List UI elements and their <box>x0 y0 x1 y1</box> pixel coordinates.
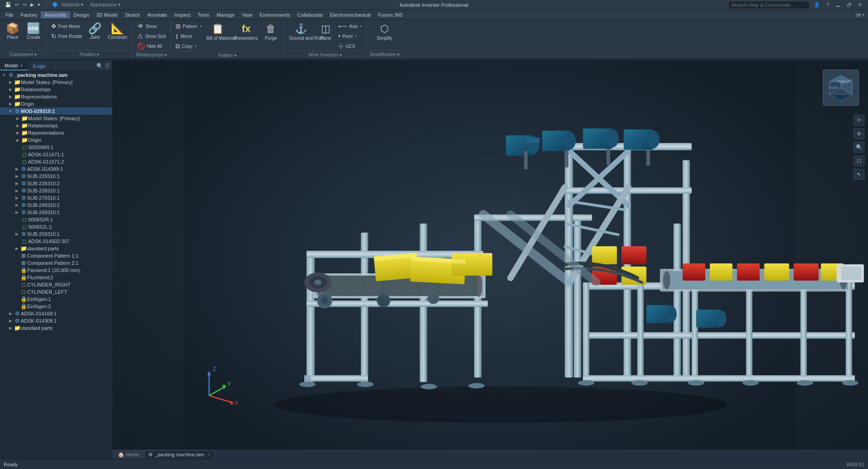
menu-electromechanical[interactable]: Electromechanical <box>326 11 374 19</box>
menu-3dmodel[interactable]: 3D Model <box>93 11 121 19</box>
exp-adsk014389[interactable]: ▶ <box>14 167 20 171</box>
ilogic-tab[interactable]: iLogic <box>28 62 51 70</box>
pattern-button[interactable]: ⊞ Pattern ▾ <box>174 22 203 31</box>
packing-machine-tab[interactable]: ⚙ _packing machine.iam ✕ <box>144 450 214 459</box>
menu-assemble[interactable]: Assemble <box>41 11 70 19</box>
qa-save[interactable]: 💾 <box>4 1 13 8</box>
tree-item-sub259310[interactable]: ▶ ⚙ SUB-259310:1 <box>0 230 112 238</box>
tree-item-fluchtend[interactable]: 🔒 Fluchtend:2 <box>0 274 112 281</box>
tree-item-standard-parts-1[interactable]: ▶ 📁 standard parts <box>0 245 112 252</box>
ground-root-button[interactable]: ⚓ Ground and Root <box>287 22 315 42</box>
model-tab-close[interactable]: ✕ <box>20 63 24 68</box>
menu-inspect[interactable]: Inspect <box>171 11 194 19</box>
exp-sub229[interactable]: ▶ <box>14 174 20 178</box>
tree-item-adsk014308[interactable]: ▶ ⚙ ADSK-014308:1 <box>0 317 112 324</box>
close-packing-tab[interactable]: ✕ <box>207 452 211 457</box>
point-button[interactable]: • Point ▾ <box>336 32 363 41</box>
menu-environments[interactable]: Environments <box>256 11 293 19</box>
place-button[interactable]: 📦 Place <box>3 22 23 42</box>
simplify-button[interactable]: ⬡ Simplify <box>374 22 395 42</box>
exp-sub259[interactable]: ▶ <box>14 232 20 236</box>
minimize-button[interactable]: 🗕 <box>833 1 843 9</box>
qa-dropdown[interactable]: ▾ <box>36 1 42 8</box>
menu-collaborate[interactable]: Collaborate <box>294 11 326 19</box>
panel-menu-icon[interactable]: ☰ <box>105 63 110 69</box>
qa-redo[interactable]: ↪ <box>21 1 28 8</box>
tree-item-einfugen-2[interactable]: 🔒 Einfügen:2 <box>0 303 112 310</box>
tree-item-sub269310[interactable]: ▶ ⚙ SUB-269310:1 <box>0 209 112 216</box>
tree-item-sub299310[interactable]: ▶ ⚙ SUB-299310:1 <box>0 202 112 209</box>
maximize-button[interactable]: 🗗 <box>844 1 854 9</box>
exp-sub299[interactable]: ▶ <box>14 203 20 207</box>
model-tab[interactable]: Model ✕ <box>0 61 28 70</box>
expand-rel-1[interactable]: ▶ <box>7 87 14 92</box>
tree-item-relationships-1[interactable]: ▶ 📁 Relationships <box>0 86 112 93</box>
help-icon[interactable]: ? <box>824 1 831 9</box>
free-move-button[interactable]: ✥ Free Move <box>49 22 84 31</box>
menu-manage[interactable]: Manage <box>213 11 238 19</box>
expand-mod[interactable]: ▼ <box>7 109 14 113</box>
nav-pan[interactable]: ✥ <box>854 128 864 139</box>
menu-annotate[interactable]: Annotate <box>144 11 171 19</box>
joint-button[interactable]: 🔗 Joint <box>85 22 105 42</box>
exp-adsk14168[interactable]: ▶ <box>7 311 14 316</box>
exp-std1[interactable]: ▶ <box>14 246 20 251</box>
tree-item-sub239310-2[interactable]: ▶ ⚙ SUB-239310:2 <box>0 180 112 187</box>
3d-viewport-canvas[interactable]: Z X Y <box>112 61 868 459</box>
menu-fusion360[interactable]: Fusion 360 <box>374 11 406 19</box>
viewcube[interactable]: TOP FRONT RIGHT <box>823 70 859 106</box>
tree-item-comp-pattern-2[interactable]: ⊞ Component Pattern 2:1 <box>0 259 112 267</box>
create-button[interactable]: 🆕 Create <box>24 22 43 42</box>
tree-item-adsk014168[interactable]: ▶ ⚙ ADSK-014168:1 <box>0 310 112 317</box>
tree-item-model-states-2[interactable]: ▶ 📁 Model States: [Primary] <box>0 115 112 122</box>
tree-item-comp-pattern-1[interactable]: ⊞ Component Pattern 1:1 <box>0 252 112 259</box>
tree-item-s00s86r[interactable]: ◻ S00S86R:1 <box>0 144 112 151</box>
exp-std2[interactable]: ▶ <box>7 326 14 330</box>
nav-fit[interactable]: ⊡ <box>854 155 864 166</box>
mirror-button[interactable]: ⫿ Mirror <box>174 32 203 41</box>
tree-item-origin-1[interactable]: ▶ 📁 Origin <box>0 100 112 108</box>
nav-orbit[interactable]: ⟳ <box>854 115 864 126</box>
tree-item-adsk011671-2[interactable]: ◻ ADSK-011671:2 <box>0 158 112 165</box>
tree-item-adsk014502[interactable]: ◻ ADSK-014502:307 <box>0 238 112 245</box>
close-button[interactable]: ✕ <box>856 1 864 9</box>
tree-item-s00652l[interactable]: ◻ S00652L:1 <box>0 223 112 230</box>
tree-item-cylinder-left[interactable]: ◻ CYLINDER_LEFT <box>0 288 112 295</box>
menu-view[interactable]: View <box>238 11 256 19</box>
menu-tools[interactable]: Tools <box>194 11 213 19</box>
tree-item-model-states[interactable]: ▶ 📁 Model States: [Primary] <box>0 79 112 86</box>
expand-model-states[interactable]: ▶ <box>7 80 14 84</box>
parameters-button[interactable]: fx Parameters <box>232 22 260 42</box>
search-input[interactable] <box>728 1 810 9</box>
hide-all-button[interactable]: 🚫 Hide All <box>136 42 168 51</box>
ucs-button[interactable]: ⊹ UCS <box>336 42 363 51</box>
tree-item-einfugen-1[interactable]: 🔒 Einfügen:1 <box>0 295 112 303</box>
show-sick-button[interactable]: ⚠ Show Sick <box>136 32 168 41</box>
expand-origin-1[interactable]: ▶ <box>7 102 14 106</box>
exp-sub239-2[interactable]: ▶ <box>14 181 20 186</box>
exp-adsk14308[interactable]: ▶ <box>7 319 14 323</box>
bom-button[interactable]: 📋 Bill of Materials <box>204 22 231 42</box>
home-tab[interactable]: 🏠 Home <box>114 450 143 459</box>
expand-origin-2[interactable]: ▶ <box>14 138 21 142</box>
purge-button[interactable]: 🗑 Purge <box>261 22 281 42</box>
tree-item-origin-2[interactable]: ▶ 📁 Origin <box>0 136 112 144</box>
tree-item-passend[interactable]: 🔒 Passend:1 (10.000 mm) <box>0 267 112 274</box>
add-tab-button[interactable]: + <box>51 62 61 70</box>
tree-item-sub279310[interactable]: ▶ ⚙ SUB-279310:1 <box>0 194 112 202</box>
tree-item-s00652r[interactable]: ◻ S00652R:1 <box>0 216 112 223</box>
axis-button[interactable]: ⟵ Axis ▾ <box>336 22 363 31</box>
tree-item-sub239310-1[interactable]: ▶ ⚙ SUB-239310:1 <box>0 187 112 194</box>
tree-item-relationships-2[interactable]: ▶ 📁 Relationships <box>0 122 112 129</box>
exp-sub279[interactable]: ▶ <box>14 196 20 200</box>
expand-rel-2[interactable]: ▶ <box>14 123 21 128</box>
tree-item-representations-2[interactable]: ▶ 📁 Representations <box>0 129 112 136</box>
qa-run[interactable]: ▶ <box>29 1 35 8</box>
tree-item-mod-029310[interactable]: ▼ ⚙ MOD-029310:1 <box>0 108 112 115</box>
free-rotate-button[interactable]: ↻ Free Rotate <box>49 32 84 41</box>
expand-rep-1[interactable]: ▶ <box>7 94 14 99</box>
tree-item-adsk014389[interactable]: ▶ ⚙ ADSK-014389:1 <box>0 165 112 173</box>
tree-item-standard-parts-2[interactable]: ▶ 📁 standard parts <box>0 324 112 332</box>
copy-button[interactable]: ⧉ Copy ▾ <box>174 42 203 51</box>
plane-button[interactable]: ◫ Plane <box>316 22 335 42</box>
